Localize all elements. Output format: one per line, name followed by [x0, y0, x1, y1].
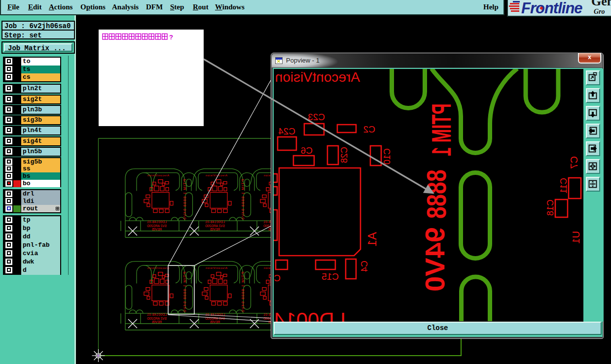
svg-text:C7: C7: [569, 156, 579, 169]
svg-text:ArecontVision: ArecontVision: [206, 266, 227, 269]
svg-text:SV2 ARD20D: SV2 ARD20D: [147, 224, 167, 228]
svg-text:PTIM 1 8888 94V0: PTIM 1 8888 94V0: [182, 272, 187, 313]
svg-text:PTIM 1 8888 94V0: PTIM 1 8888 94V0: [182, 179, 187, 220]
svg-text:SV2 ARD20D: SV2 ARD20D: [205, 224, 225, 228]
svg-text:ArecontVision: ArecontVision: [275, 69, 360, 85]
svg-text:SV2 ARD20D: SV2 ARD20D: [147, 317, 167, 320]
svg-text:LD00148-0: LD00148-0: [274, 308, 346, 322]
svg-text:8888: 8888: [421, 169, 452, 219]
svg-text:Gen: Gen: [591, 0, 611, 8]
svg-text:REV05: REV05: [210, 228, 220, 231]
svg-text:ArecontVision: ArecontVision: [147, 266, 169, 269]
svg-text:PTIM 1: PTIM 1: [426, 103, 457, 156]
svg-text:C24: C24: [278, 126, 295, 136]
svg-text:LD00148-01: LD00148-01: [205, 220, 225, 224]
svg-text:Frontline: Frontline: [521, 0, 582, 17]
svg-text:C11: C11: [559, 178, 569, 194]
svg-text:REV05: REV05: [152, 228, 162, 231]
svg-text:REV05: REV05: [152, 320, 162, 324]
svg-text:C28: C28: [339, 147, 349, 163]
svg-text:94V0: 94V0: [420, 227, 450, 292]
svg-text:A1: A1: [365, 232, 379, 246]
svg-text:REV05: REV05: [210, 320, 220, 324]
svg-text:C6: C6: [301, 145, 313, 156]
svg-text:C15: C15: [322, 271, 339, 282]
svg-text:C4: C4: [359, 261, 369, 272]
svg-text:U1: U1: [571, 231, 581, 244]
svg-text:C2: C2: [363, 124, 375, 134]
svg-text:LD00148-01: LD00148-01: [147, 220, 167, 224]
svg-text:ArecontVision: ArecontVision: [147, 174, 169, 177]
svg-text:C10: C10: [382, 148, 392, 165]
svg-text:?: ?: [169, 33, 173, 41]
svg-text:C23: C23: [308, 112, 325, 122]
svg-text:Gro: Gro: [594, 8, 605, 15]
svg-text:C: C: [274, 273, 281, 283]
svg-text:ArecontVision: ArecontVision: [206, 174, 227, 177]
svg-text:C18: C18: [545, 199, 555, 216]
svg-text:PTIM 1 8888 94V0: PTIM 1 8888 94V0: [241, 272, 245, 313]
svg-text:PTIM 1 8888 94V0: PTIM 1 8888 94V0: [241, 179, 245, 220]
svg-text:LD00148-01: LD00148-01: [147, 313, 167, 316]
